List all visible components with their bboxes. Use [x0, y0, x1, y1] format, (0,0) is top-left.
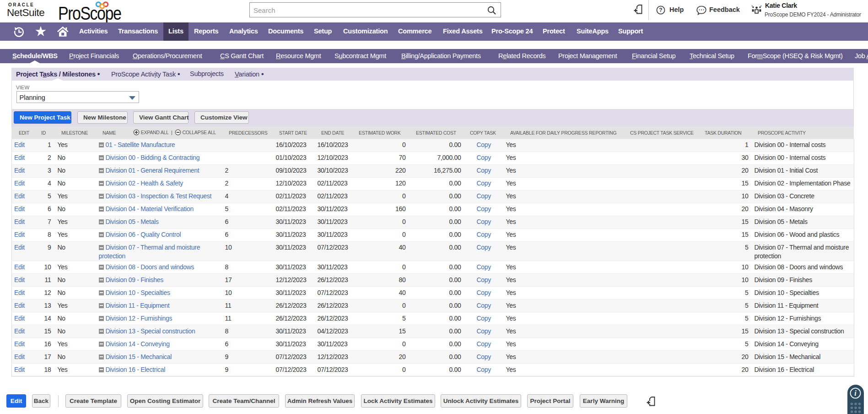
svg-text:?: ? — [659, 7, 662, 13]
svg-text:i: i — [854, 389, 857, 397]
